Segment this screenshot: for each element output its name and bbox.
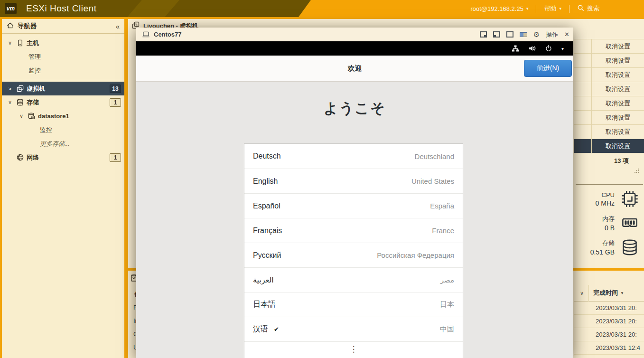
host-icon bbox=[16, 39, 24, 47]
task-completion-time[interactable]: 2023/03/31 20: bbox=[574, 315, 644, 328]
cancel-settings-link[interactable]: 取消设置 bbox=[574, 139, 644, 153]
sidebar-item[interactable]: 更多存储... bbox=[2, 137, 124, 151]
console-dialog: Centos77 ⚙ 操作 ✕ ▾ 欢迎 bbox=[136, 28, 573, 358]
help-menu[interactable]: 帮助 ▾ bbox=[544, 4, 561, 13]
sidebar-item[interactable]: ∨ 存储 1 bbox=[2, 95, 124, 109]
collapse-sidebar-button[interactable]: « bbox=[116, 22, 120, 30]
sidebar-item[interactable]: 网络 1 bbox=[2, 151, 124, 164]
sidebar-item-label: 主机 bbox=[27, 39, 39, 47]
language-option[interactable]: Deutsch ✔ Deutschland bbox=[244, 144, 463, 169]
tree-caret-icon[interactable]: > bbox=[7, 86, 13, 92]
stat-value: 0 MHz bbox=[596, 199, 615, 207]
cancel-settings-link[interactable]: 取消设置 bbox=[574, 125, 644, 139]
language-name: English bbox=[253, 177, 278, 186]
power-icon[interactable] bbox=[545, 45, 552, 52]
count-badge: 1 bbox=[110, 153, 121, 162]
completion-time-column: ∨ 完成时间 ▼ 2023/03/31 20: 2023/03/31 20: 2… bbox=[574, 285, 644, 355]
actions-menu[interactable]: 操作 bbox=[546, 30, 558, 39]
language-name: Français bbox=[253, 226, 282, 235]
top-bar: vm ESXi Host Client root@192.168.2.25 ▾ … bbox=[0, 0, 644, 17]
monitor-icon bbox=[142, 31, 150, 38]
installer-title: 欢迎 bbox=[136, 56, 573, 81]
cancel-settings-link[interactable]: 取消设置 bbox=[574, 54, 644, 68]
chevron-down-icon[interactable]: ▾ bbox=[561, 46, 564, 51]
ellipsis-icon: ⋮ bbox=[350, 342, 358, 358]
language-option[interactable]: Español ✔ España bbox=[244, 193, 463, 218]
stat-block: CPU 0 MHz bbox=[574, 190, 644, 208]
more-languages-row[interactable]: ⋮ bbox=[244, 341, 463, 358]
language-option[interactable]: English ✔ United States bbox=[244, 169, 463, 193]
section-divider bbox=[576, 184, 643, 185]
network-tree-icon[interactable] bbox=[512, 45, 519, 52]
window-restore-small-icon[interactable] bbox=[480, 31, 487, 38]
stat-value: 0 B bbox=[602, 224, 615, 232]
language-option[interactable]: Русский ✔ Российская Федерация bbox=[244, 243, 463, 267]
column-divider bbox=[588, 285, 589, 301]
app-title: ESXi Host Client bbox=[26, 0, 96, 17]
search-label: 搜索 bbox=[587, 4, 599, 13]
stat-block: 存储 0.51 GB bbox=[574, 238, 644, 256]
cancel-settings-link[interactable]: 取消设置 bbox=[574, 39, 644, 54]
search-icon bbox=[577, 4, 584, 13]
sidebar-item-label: 存储 bbox=[27, 98, 39, 107]
tree-caret-icon[interactable]: ∨ bbox=[18, 113, 25, 119]
resize-grip-icon[interactable] bbox=[635, 168, 639, 173]
task-completion-time[interactable]: 2023/03/31 12:4 bbox=[574, 341, 644, 355]
language-name: 汉语 bbox=[253, 324, 268, 334]
sidebar-item[interactable]: 监控 bbox=[2, 123, 124, 137]
language-option[interactable]: 汉语 ✔ 中国 bbox=[244, 317, 463, 341]
next-button[interactable]: 前进(N) bbox=[524, 60, 572, 77]
items-count: 13 项 bbox=[574, 153, 644, 171]
user-menu[interactable]: root@192.168.2.25 ▾ bbox=[470, 5, 528, 12]
stat-value: 0.51 GB bbox=[590, 248, 615, 256]
language-name: 日本語 bbox=[253, 300, 276, 310]
window-maximize-icon[interactable] bbox=[506, 31, 513, 38]
disk-icon bbox=[620, 238, 639, 256]
sidebar-item[interactable]: ∨ datastore1 bbox=[2, 109, 124, 123]
sidebar-item[interactable]: 监控 bbox=[2, 64, 124, 77]
sort-desc-icon: ▼ bbox=[620, 291, 624, 295]
cancel-settings-link[interactable]: 取消设置 bbox=[574, 96, 644, 111]
cancel-settings-link[interactable]: 取消设置 bbox=[574, 68, 644, 82]
close-icon[interactable]: ✕ bbox=[564, 31, 569, 38]
language-region: España bbox=[430, 202, 454, 210]
console-screenshot-icon[interactable] bbox=[520, 32, 527, 37]
esxi-host-client: vm ESXi Host Client root@192.168.2.25 ▾ … bbox=[0, 0, 644, 358]
storage-icon bbox=[16, 99, 24, 106]
sidebar-item[interactable]: ∨ 主机 bbox=[2, 36, 124, 50]
window-restore-icon[interactable] bbox=[493, 31, 500, 38]
task-completion-time[interactable]: 2023/03/31 20: bbox=[574, 328, 644, 341]
count-badge: 1 bbox=[110, 98, 121, 107]
console-title-bar[interactable]: Centos77 ⚙ 操作 ✕ bbox=[136, 28, 573, 41]
gear-icon[interactable]: ⚙ bbox=[533, 31, 540, 38]
host-stats: CPU 0 MHz 内存 0 B 存储 0.51 GB bbox=[574, 190, 644, 270]
search-box[interactable]: 搜索 bbox=[577, 4, 599, 13]
language-option[interactable]: العربية ✔ مصر bbox=[244, 267, 463, 292]
check-icon: ✔ bbox=[274, 326, 279, 333]
speaker-icon[interactable] bbox=[528, 45, 536, 52]
tree-caret-icon[interactable]: ∨ bbox=[7, 40, 13, 46]
vm-icon bbox=[16, 85, 24, 93]
divider bbox=[569, 5, 569, 13]
installer-header-bar: 欢迎 前进(N) bbox=[136, 56, 573, 82]
sidebar-item[interactable]: 管理 bbox=[2, 50, 124, 64]
language-name: Русский bbox=[253, 251, 281, 260]
sidebar-item-label: 更多存储... bbox=[40, 140, 70, 148]
language-option[interactable]: 日本語 ✔ 日本 bbox=[244, 292, 463, 317]
cpu-icon bbox=[620, 190, 639, 208]
datastore-icon bbox=[28, 113, 35, 120]
language-option[interactable]: Français ✔ France bbox=[244, 218, 463, 243]
tree-caret-icon[interactable]: ∨ bbox=[7, 99, 13, 105]
console-vm-name: Centos77 bbox=[154, 31, 182, 38]
sidebar-item[interactable]: > 虚拟机 13 bbox=[2, 82, 124, 95]
language-region: 日本 bbox=[440, 300, 454, 309]
cancel-settings-link[interactable]: 取消设置 bbox=[574, 82, 644, 96]
task-completion-time[interactable]: 2023/03/31 20: bbox=[574, 301, 644, 315]
language-region: France bbox=[432, 226, 454, 235]
cancel-settings-link[interactable]: 取消设置 bbox=[574, 111, 644, 125]
completion-time-header[interactable]: ∨ 完成时间 ▼ bbox=[574, 285, 644, 301]
sidebar-item-label: 管理 bbox=[28, 53, 41, 61]
column-menu-icon[interactable]: ∨ bbox=[580, 290, 584, 296]
user-label: root@192.168.2.25 bbox=[470, 5, 523, 12]
sidebar-item-label: 虚拟机 bbox=[27, 85, 45, 93]
